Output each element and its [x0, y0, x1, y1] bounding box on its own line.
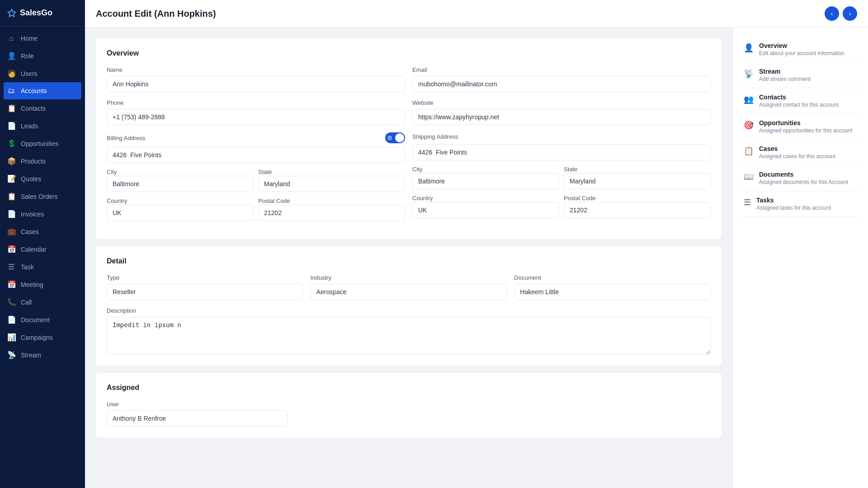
sidebar-item-sales-orders[interactable]: 📋 Sales Orders [0, 188, 85, 205]
sidebar-item-task[interactable]: ☰ Task [0, 258, 85, 276]
right-nav-documents[interactable]: 📖 Documents Assigned documents for this … [740, 165, 861, 191]
right-nav-sub-cases: Assigned cases for this account [759, 153, 835, 160]
right-nav-opportunities[interactable]: 🎯 Opportunities Assigned opportunities f… [740, 114, 861, 140]
sidebar-label-invoices: Invoices [21, 211, 44, 218]
shipping-city-input[interactable] [412, 173, 559, 189]
sidebar-label-leads: Leads [21, 122, 38, 130]
email-input[interactable] [412, 76, 711, 92]
opportunities-right-icon: 🎯 [744, 120, 754, 130]
phone-label: Phone [107, 99, 405, 106]
sidebar-label-contacts: Contacts [21, 105, 46, 112]
right-nav-title-stream: Stream [759, 68, 811, 75]
sidebar-item-cases[interactable]: 💼 Cases [0, 223, 85, 240]
shipping-postal-label: Postal Code [564, 195, 596, 202]
description-label: Description [107, 307, 711, 314]
prev-button[interactable]: ‹ [825, 6, 839, 21]
shipping-country-input[interactable] [412, 202, 559, 218]
sidebar-item-invoices[interactable]: 📄 Invoices [0, 205, 85, 223]
shipping-address-label: Shipping Address [412, 133, 458, 140]
leads-icon: 📄 [7, 122, 15, 130]
sidebar-label-meeting: Meeting [21, 281, 43, 288]
right-sidebar: 👤 Overview Edit about your account infor… [732, 28, 868, 488]
sidebar-label-cases: Cases [21, 228, 39, 235]
svg-marker-0 [8, 9, 16, 16]
shipping-address-input[interactable] [412, 144, 711, 160]
sidebar-item-document[interactable]: 📄 Document [0, 311, 85, 328]
overview-right-icon: 👤 [744, 43, 754, 53]
right-nav-cases[interactable]: 📋 Cases Assigned cases for this account [740, 140, 861, 165]
billing-postal-label: Postal Code [258, 197, 290, 204]
sidebar-item-campaigns[interactable]: 📊 Campaigns [0, 328, 85, 346]
sidebar-item-stream[interactable]: 📡 Stream [0, 346, 85, 364]
right-nav-stream[interactable]: 📡 Stream Add stream comment [740, 62, 861, 88]
top-bar: Account Edit (Ann Hopkins) ‹ › [85, 0, 868, 28]
users-icon: 🧑 [7, 69, 15, 78]
sidebar-item-opportunities[interactable]: 💲 Opportunities [0, 135, 85, 152]
sidebar-label-stream: Stream [21, 352, 41, 359]
sidebar-item-users[interactable]: 🧑 Users [0, 65, 85, 82]
role-icon: 👤 [7, 52, 15, 60]
description-textarea[interactable] [107, 317, 711, 355]
shipping-postal-input[interactable] [564, 202, 711, 218]
industry-input[interactable] [311, 284, 507, 300]
sidebar-item-accounts[interactable]: 🗂 Accounts [4, 82, 81, 99]
sidebar-label-task: Task [21, 263, 34, 271]
billing-city-input[interactable] [107, 176, 254, 192]
document-input[interactable] [514, 284, 711, 300]
contacts-icon: 📋 [7, 104, 15, 113]
billing-address-input[interactable] [107, 147, 405, 163]
website-label: Website [412, 99, 711, 106]
sidebar-label-campaigns: Campaigns [21, 334, 53, 341]
sidebar-label-sales-orders: Sales Orders [21, 193, 58, 200]
type-input[interactable] [107, 284, 303, 300]
right-nav-overview[interactable]: 👤 Overview Edit about your account infor… [740, 37, 861, 62]
right-nav-sub-overview: Edit about your account information [759, 50, 844, 56]
sidebar-item-role[interactable]: 👤 Role [0, 47, 85, 65]
website-input[interactable] [412, 109, 711, 125]
sidebar-label-users: Users [21, 70, 38, 77]
task-icon: ☰ [7, 263, 15, 271]
invoices-icon: 📄 [7, 210, 15, 218]
billing-state-input[interactable] [258, 176, 405, 192]
name-input[interactable] [107, 76, 405, 92]
right-nav-contacts[interactable]: 👥 Contacts Assigned contact for this acc… [740, 88, 861, 114]
sidebar-label-products: Products [21, 158, 46, 165]
sidebar-item-call[interactable]: 📞 Call [0, 293, 85, 311]
cases-right-icon: 📋 [744, 146, 754, 156]
industry-label: Industry [311, 274, 507, 281]
address-toggle[interactable]: ⊞ [385, 132, 405, 143]
billing-country-input[interactable] [107, 205, 254, 221]
cases-icon: 💼 [7, 227, 15, 236]
sidebar-label-home: Home [21, 35, 38, 42]
sidebar-item-leads[interactable]: 📄 Leads [0, 117, 85, 135]
shipping-state-input[interactable] [564, 173, 711, 189]
billing-postal-input[interactable] [258, 205, 405, 221]
phone-input[interactable] [107, 109, 405, 125]
billing-country-label: Country [107, 197, 127, 204]
sidebar-label-calendar: Calendar [21, 246, 47, 253]
sidebar-item-products[interactable]: 📦 Products [0, 152, 85, 170]
nav-arrows: ‹ › [825, 6, 857, 21]
products-icon: 📦 [7, 157, 15, 165]
right-nav-sub-documents: Assigned documents for this Account [759, 179, 848, 185]
right-nav-tasks[interactable]: ☰ Tasks Assigned tasks for this account [740, 191, 861, 217]
sidebar-label-document: Document [21, 316, 50, 324]
shipping-state-label: State [564, 166, 577, 173]
document-icon: 📄 [7, 315, 15, 324]
sidebar-label-opportunities: Opportunities [21, 140, 58, 147]
sidebar-item-meeting[interactable]: 📅 Meeting [0, 276, 85, 293]
sidebar-item-contacts[interactable]: 📋 Contacts [0, 99, 85, 117]
billing-address-label: Billing Address [107, 135, 145, 141]
stream-right-icon: 📡 [744, 69, 754, 79]
sidebar-item-calendar[interactable]: 📅 Calendar [0, 240, 85, 258]
user-input[interactable] [107, 410, 288, 427]
right-nav-title-overview: Overview [759, 42, 844, 49]
right-nav-sub-contacts: Assigned contact for this account [759, 102, 839, 108]
page-title: Account Edit (Ann Hopkins) [96, 9, 216, 19]
sidebar-item-quotes[interactable]: 📝 Quotes [0, 170, 85, 188]
billing-city-label: City [107, 169, 117, 175]
next-button[interactable]: › [843, 6, 857, 21]
sidebar-item-home[interactable]: ⌂ Home [0, 30, 85, 47]
content-area: Overview Name Email Phone [85, 28, 868, 488]
tasks-right-icon: ☰ [744, 197, 751, 207]
